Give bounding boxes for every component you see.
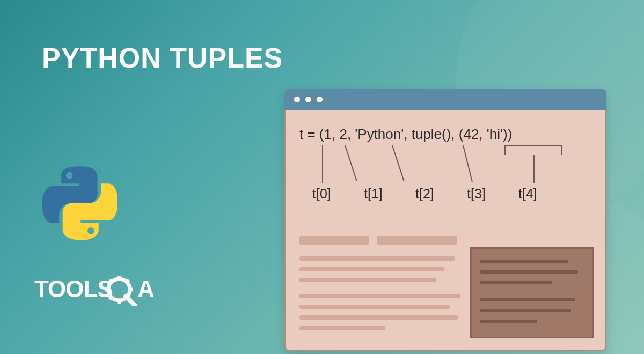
code-panel-line — [480, 298, 575, 301]
tuple-index: t[0] — [312, 186, 336, 202]
code-panel-line — [480, 309, 571, 312]
svg-text:TOOLS: TOOLS — [34, 276, 113, 302]
skeleton-block — [299, 236, 466, 330]
window-control-dot — [294, 97, 300, 102]
python-logo-icon — [42, 166, 117, 241]
tuple-index: t[2] — [415, 186, 439, 202]
skeleton-line — [377, 236, 457, 245]
connector-line — [392, 145, 405, 181]
connector-line — [533, 155, 535, 183]
skeleton-line — [299, 315, 458, 320]
skeleton-line — [299, 267, 444, 271]
bracket-connector — [504, 145, 562, 155]
skeleton-line — [299, 305, 450, 309]
tuple-index: t[1] — [364, 186, 387, 202]
connector-line — [345, 145, 357, 181]
tuple-index: t[3] — [467, 186, 491, 202]
svg-line-8 — [109, 297, 112, 299]
connector-line — [322, 145, 323, 183]
connector-line — [463, 145, 473, 182]
brand-logo: TOOLS A — [34, 274, 195, 306]
skeleton-line — [299, 236, 369, 245]
svg-line-7 — [126, 280, 129, 283]
window-body: t = (1, 2, 'Python', tuple(), (42, 'hi')… — [284, 110, 606, 351]
window-control-dot — [305, 97, 311, 102]
code-panel-line — [480, 260, 568, 263]
code-panel — [470, 247, 594, 338]
svg-line-9 — [126, 296, 135, 306]
skeleton-line — [299, 256, 455, 261]
skeleton-line — [299, 294, 460, 298]
tuple-expression: t = (1, 2, 'Python', tuple(), (42, 'hi')… — [299, 126, 591, 143]
page-title: PYTHON TUPLES — [42, 42, 283, 74]
code-panel-line — [480, 281, 552, 284]
window-control-dot — [317, 97, 323, 102]
code-window: t = (1, 2, 'Python', tuple(), (42, 'hi')… — [284, 88, 606, 351]
svg-line-6 — [109, 280, 112, 283]
code-panel-line — [480, 270, 578, 274]
code-panel-line — [480, 320, 537, 323]
skeleton-line — [299, 326, 385, 330]
window-titlebar — [284, 88, 606, 110]
tuple-index: t[4] — [518, 186, 542, 202]
svg-text:A: A — [137, 276, 154, 302]
skeleton-line — [299, 278, 436, 282]
index-row: t[0] t[1] t[2] t[3] t[4] — [312, 186, 542, 202]
